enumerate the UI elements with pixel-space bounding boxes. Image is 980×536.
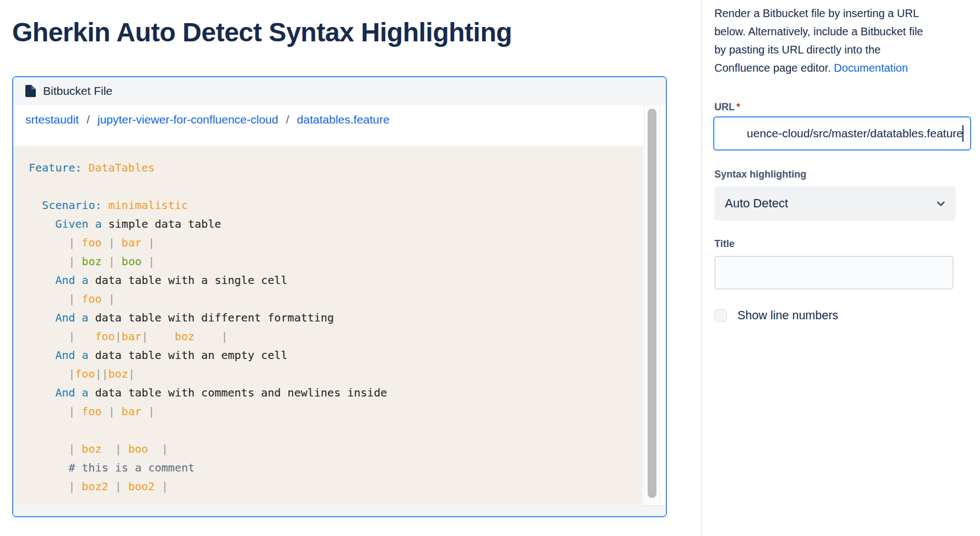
title-input[interactable]: [714, 256, 954, 290]
confluence-editor: Gherkin Auto Detect Syntax Highlighting …: [0, 0, 980, 536]
code-token: data table with a single cell: [88, 274, 287, 287]
description-line: below. Alternatively, include a Bitbucke…: [714, 23, 976, 41]
vertical-scrollbar-track[interactable]: [644, 105, 660, 505]
code-line: | foo |: [29, 290, 643, 308]
code-token: |: [148, 405, 155, 418]
code-line: # this is a comment: [29, 458, 643, 477]
code-token: boo: [128, 442, 148, 455]
code-token: [142, 255, 148, 268]
code-token: |: [109, 292, 115, 305]
code-token: [101, 236, 108, 249]
title-field-label: Title: [714, 238, 735, 250]
description-line: Confluence page editor. Documentation: [714, 59, 976, 77]
horizontal-scrollbar-track[interactable]: [13, 505, 666, 516]
code-token: [75, 405, 82, 418]
code-token: foo: [82, 292, 101, 305]
code-token: [155, 480, 161, 493]
code-token: [29, 405, 68, 418]
breadcrumb-link[interactable]: jupyter-viewer-for-confluence-cloud: [98, 113, 278, 126]
code-token: [29, 236, 68, 249]
line-numbers-label: Show line numbers: [737, 309, 838, 323]
code-token: [101, 292, 108, 305]
code-token: data table with comments and newlines in…: [88, 386, 387, 399]
code-token: minimalistic: [109, 199, 189, 212]
bitbucket-file-macro-card[interactable]: Bitbucket File srtestaudit/jupyter-viewe…: [12, 76, 667, 517]
code-token: |: [115, 442, 122, 455]
code-token: |: [148, 236, 155, 249]
code-token: boo2: [128, 480, 155, 493]
code-token: |: [68, 442, 75, 455]
code-token: [29, 480, 68, 493]
macro-title: Bitbucket File: [43, 84, 112, 98]
code-token: |: [68, 236, 75, 249]
code-token: [29, 442, 68, 455]
code-token: [115, 236, 122, 249]
breadcrumb-separator: /: [87, 113, 90, 126]
breadcrumb-link[interactable]: srtestaudit: [25, 113, 79, 126]
code-token: [75, 442, 82, 455]
code-token: [75, 236, 82, 249]
url-input[interactable]: uence-cloud/src/master/datatables.featur…: [713, 116, 971, 151]
code-token: |: [68, 480, 75, 493]
code-token: |: [161, 480, 168, 493]
code-token: |: [68, 330, 75, 343]
code-token: Given a: [55, 217, 101, 231]
code-token: boz: [82, 255, 101, 268]
panel-divider: [701, 0, 702, 536]
code-token: [75, 330, 95, 343]
breadcrumb-link[interactable]: datatables.feature: [297, 113, 390, 126]
page-title[interactable]: Gherkin Auto Detect Syntax Highlighting: [12, 17, 512, 49]
code-token: |: [109, 255, 115, 268]
code-token: foo: [75, 367, 95, 380]
documentation-link[interactable]: Documentation: [834, 62, 908, 74]
code-token: |: [148, 255, 155, 268]
code-token: [29, 255, 68, 268]
syntax-highlighting-select[interactable]: Auto Detect: [714, 186, 956, 221]
code-token: [29, 367, 68, 380]
code-token: [29, 274, 55, 287]
code-token: And a: [55, 386, 88, 399]
code-token: boz: [175, 330, 195, 343]
code-token: [101, 442, 115, 455]
description-text: Confluence page editor.: [714, 62, 831, 74]
code-token: |: [109, 405, 115, 418]
code-token: [101, 255, 108, 268]
code-token: [29, 330, 68, 343]
code-token: And a: [55, 274, 88, 287]
code-token: [115, 405, 122, 418]
code-token: # this is a comment: [68, 461, 195, 474]
code-line: Given a simple data table: [29, 215, 643, 233]
code-token: boz: [82, 442, 101, 455]
code-token: |: [68, 405, 75, 418]
macro-header: Bitbucket File: [13, 77, 666, 105]
code-line: |foo||boz|: [29, 365, 643, 383]
code-token: bar: [122, 236, 142, 249]
code-token: [142, 236, 148, 249]
code-token: [148, 330, 175, 343]
url-label-text: URL: [714, 101, 735, 112]
code-line: | foo | bar |: [29, 233, 643, 252]
code-line: [29, 177, 643, 196]
code-token: [122, 480, 128, 493]
code-line: And a data table with different formatti…: [29, 308, 643, 327]
code-token: [122, 442, 128, 455]
code-token: bar: [122, 405, 142, 418]
code-token: [101, 405, 108, 418]
code-line: | foo | bar |: [29, 402, 643, 421]
syntax-highlighting-label: Syntax highlighting: [714, 169, 806, 180]
show-line-numbers-row[interactable]: Show line numbers: [714, 309, 838, 323]
line-numbers-checkbox[interactable]: [714, 309, 727, 322]
code-token: And a: [55, 349, 88, 362]
code-token: |: [109, 236, 115, 249]
code-token: foo: [82, 405, 101, 418]
code-token: [75, 292, 82, 305]
code-token: |: [115, 480, 122, 493]
code-block: Feature: DataTables Scenario: minimalist…: [13, 146, 643, 505]
code-token: [82, 161, 88, 174]
code-token: DataTables: [88, 161, 154, 174]
code-token: |: [161, 442, 168, 455]
vertical-scrollbar-thumb[interactable]: [648, 109, 656, 498]
breadcrumb-separator: /: [286, 113, 289, 126]
code-token: bar: [122, 330, 142, 343]
code-line: | foo|bar| boz |: [29, 327, 643, 346]
